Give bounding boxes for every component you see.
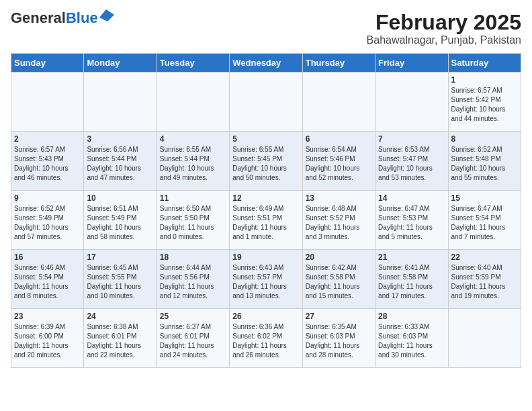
day-number: 17	[87, 253, 153, 262]
day-info: Sunrise: 6:55 AM Sunset: 5:44 PM Dayligh…	[160, 145, 226, 183]
calendar-cell	[375, 73, 448, 132]
calendar-cell: 4Sunrise: 6:55 AM Sunset: 5:44 PM Daylig…	[157, 132, 229, 191]
logo: GeneralBlue	[11, 11, 114, 26]
calendar-week-row: 23Sunrise: 6:39 AM Sunset: 6:00 PM Dayli…	[11, 309, 521, 368]
day-number: 20	[306, 253, 372, 262]
day-number: 16	[14, 253, 81, 262]
calendar-cell: 16Sunrise: 6:46 AM Sunset: 5:54 PM Dayli…	[11, 250, 84, 309]
day-number: 1	[451, 75, 518, 85]
day-info: Sunrise: 6:36 AM Sunset: 6:02 PM Dayligh…	[232, 322, 299, 360]
calendar-cell: 5Sunrise: 6:55 AM Sunset: 5:45 PM Daylig…	[230, 132, 302, 191]
day-number: 2	[14, 134, 81, 144]
day-number: 11	[160, 193, 226, 203]
calendar-header-row: SundayMondayTuesdayWednesdayThursdayFrid…	[11, 54, 521, 73]
day-info: Sunrise: 6:39 AM Sunset: 6:00 PM Dayligh…	[14, 322, 81, 360]
calendar-cell: 9Sunrise: 6:52 AM Sunset: 5:49 PM Daylig…	[11, 191, 84, 250]
day-info: Sunrise: 6:33 AM Sunset: 6:03 PM Dayligh…	[378, 322, 445, 360]
day-number: 8	[451, 134, 518, 144]
calendar-cell	[302, 73, 375, 132]
day-info: Sunrise: 6:52 AM Sunset: 5:48 PM Dayligh…	[451, 145, 518, 183]
day-number: 24	[87, 312, 153, 321]
day-number: 4	[160, 134, 226, 144]
day-info: Sunrise: 6:57 AM Sunset: 5:42 PM Dayligh…	[451, 86, 518, 124]
day-number: 7	[378, 134, 445, 144]
logo-text: GeneralBlue	[11, 11, 98, 26]
calendar-cell	[157, 73, 229, 132]
calendar-cell: 19Sunrise: 6:43 AM Sunset: 5:57 PM Dayli…	[230, 250, 302, 309]
day-info: Sunrise: 6:51 AM Sunset: 5:49 PM Dayligh…	[87, 204, 153, 242]
day-number: 23	[14, 312, 81, 321]
calendar-cell: 15Sunrise: 6:47 AM Sunset: 5:54 PM Dayli…	[448, 191, 521, 250]
day-info: Sunrise: 6:37 AM Sunset: 6:01 PM Dayligh…	[160, 322, 226, 360]
day-number: 25	[160, 312, 226, 321]
day-info: Sunrise: 6:41 AM Sunset: 5:58 PM Dayligh…	[378, 263, 445, 301]
column-header-monday: Monday	[84, 54, 157, 73]
calendar-cell: 25Sunrise: 6:37 AM Sunset: 6:01 PM Dayli…	[157, 309, 229, 368]
page-header: GeneralBlue February 2025 Bahawalnagar, …	[11, 11, 521, 46]
logo-icon	[99, 9, 114, 21]
column-header-tuesday: Tuesday	[157, 54, 229, 73]
calendar-cell: 13Sunrise: 6:48 AM Sunset: 5:52 PM Dayli…	[302, 191, 375, 250]
column-header-sunday: Sunday	[11, 54, 84, 73]
day-info: Sunrise: 6:45 AM Sunset: 5:55 PM Dayligh…	[87, 263, 153, 301]
day-number: 9	[14, 193, 81, 203]
calendar-cell: 6Sunrise: 6:54 AM Sunset: 5:46 PM Daylig…	[302, 132, 375, 191]
day-info: Sunrise: 6:47 AM Sunset: 5:54 PM Dayligh…	[451, 204, 518, 242]
calendar-cell: 7Sunrise: 6:53 AM Sunset: 5:47 PM Daylig…	[375, 132, 448, 191]
calendar-cell: 1Sunrise: 6:57 AM Sunset: 5:42 PM Daylig…	[448, 73, 521, 132]
column-header-friday: Friday	[375, 54, 448, 73]
page-title: February 2025	[367, 11, 521, 34]
calendar-cell: 24Sunrise: 6:38 AM Sunset: 6:01 PM Dayli…	[84, 309, 157, 368]
day-number: 18	[160, 253, 226, 262]
day-number: 5	[232, 134, 299, 144]
day-info: Sunrise: 6:40 AM Sunset: 5:59 PM Dayligh…	[451, 263, 518, 301]
calendar-cell	[448, 309, 521, 368]
day-info: Sunrise: 6:42 AM Sunset: 5:58 PM Dayligh…	[306, 263, 372, 301]
day-number: 28	[378, 312, 445, 321]
day-info: Sunrise: 6:46 AM Sunset: 5:54 PM Dayligh…	[14, 263, 81, 301]
day-info: Sunrise: 6:57 AM Sunset: 5:43 PM Dayligh…	[14, 145, 81, 183]
day-number: 15	[451, 193, 518, 203]
day-info: Sunrise: 6:52 AM Sunset: 5:49 PM Dayligh…	[14, 204, 81, 242]
day-number: 12	[232, 193, 299, 203]
calendar-cell	[84, 73, 157, 132]
day-info: Sunrise: 6:48 AM Sunset: 5:52 PM Dayligh…	[306, 204, 372, 242]
day-info: Sunrise: 6:50 AM Sunset: 5:50 PM Dayligh…	[160, 204, 226, 242]
day-number: 26	[232, 312, 299, 321]
calendar-cell: 20Sunrise: 6:42 AM Sunset: 5:58 PM Dayli…	[302, 250, 375, 309]
calendar-cell: 17Sunrise: 6:45 AM Sunset: 5:55 PM Dayli…	[84, 250, 157, 309]
day-number: 6	[306, 134, 372, 144]
calendar-cell: 27Sunrise: 6:35 AM Sunset: 6:03 PM Dayli…	[302, 309, 375, 368]
calendar-cell: 22Sunrise: 6:40 AM Sunset: 5:59 PM Dayli…	[448, 250, 521, 309]
calendar-week-row: 1Sunrise: 6:57 AM Sunset: 5:42 PM Daylig…	[11, 73, 521, 132]
day-number: 21	[378, 253, 445, 262]
page-subtitle: Bahawalnagar, Punjab, Pakistan	[367, 34, 521, 46]
calendar-cell: 2Sunrise: 6:57 AM Sunset: 5:43 PM Daylig…	[11, 132, 84, 191]
day-number: 22	[451, 253, 518, 262]
day-number: 27	[306, 312, 372, 321]
day-number: 10	[87, 193, 153, 203]
calendar-cell	[230, 73, 302, 132]
calendar-cell: 23Sunrise: 6:39 AM Sunset: 6:00 PM Dayli…	[11, 309, 84, 368]
calendar-cell: 11Sunrise: 6:50 AM Sunset: 5:50 PM Dayli…	[157, 191, 229, 250]
day-number: 19	[232, 253, 299, 262]
day-info: Sunrise: 6:55 AM Sunset: 5:45 PM Dayligh…	[232, 145, 299, 183]
svg-marker-0	[99, 9, 114, 21]
day-info: Sunrise: 6:47 AM Sunset: 5:53 PM Dayligh…	[378, 204, 445, 242]
calendar-cell: 21Sunrise: 6:41 AM Sunset: 5:58 PM Dayli…	[375, 250, 448, 309]
calendar-cell	[11, 73, 84, 132]
calendar-cell: 12Sunrise: 6:49 AM Sunset: 5:51 PM Dayli…	[230, 191, 302, 250]
day-info: Sunrise: 6:54 AM Sunset: 5:46 PM Dayligh…	[306, 145, 372, 183]
calendar-week-row: 9Sunrise: 6:52 AM Sunset: 5:49 PM Daylig…	[11, 191, 521, 250]
calendar-cell: 14Sunrise: 6:47 AM Sunset: 5:53 PM Dayli…	[375, 191, 448, 250]
day-number: 14	[378, 193, 445, 203]
column-header-saturday: Saturday	[448, 54, 521, 73]
calendar-cell: 8Sunrise: 6:52 AM Sunset: 5:48 PM Daylig…	[448, 132, 521, 191]
column-header-wednesday: Wednesday	[230, 54, 302, 73]
day-info: Sunrise: 6:43 AM Sunset: 5:57 PM Dayligh…	[232, 263, 299, 301]
day-info: Sunrise: 6:35 AM Sunset: 6:03 PM Dayligh…	[306, 322, 372, 360]
day-info: Sunrise: 6:38 AM Sunset: 6:01 PM Dayligh…	[87, 322, 153, 360]
day-info: Sunrise: 6:56 AM Sunset: 5:44 PM Dayligh…	[87, 145, 153, 183]
calendar-table: SundayMondayTuesdayWednesdayThursdayFrid…	[11, 53, 521, 368]
calendar-cell: 28Sunrise: 6:33 AM Sunset: 6:03 PM Dayli…	[375, 309, 448, 368]
